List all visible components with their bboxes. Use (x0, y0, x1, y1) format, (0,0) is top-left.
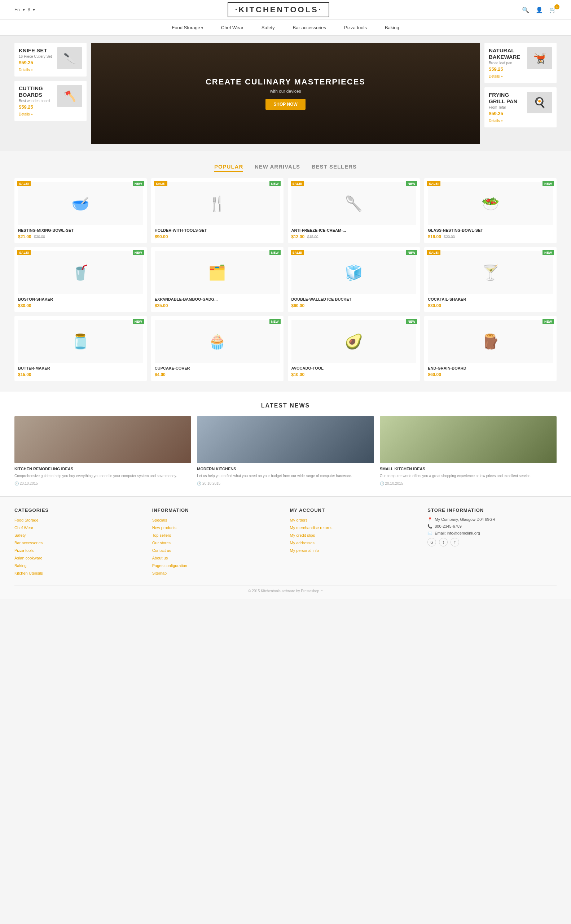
hero-tagline-sub: with our devices (205, 89, 366, 94)
hero-card-cutting: CUTTING BOARDS Best wooden board $59.25 … (14, 81, 86, 121)
product-icon (208, 333, 226, 350)
footer-information-list: SpecialsNew productsTop sellersOur store… (152, 517, 281, 576)
footer-account-link[interactable]: My merchandise returns (290, 526, 333, 530)
nav-safety[interactable]: Safety (258, 20, 278, 36)
footer-account-link[interactable]: My addresses (290, 541, 315, 545)
footer-info-link[interactable]: Our stores (152, 541, 171, 545)
account-button[interactable]: 👤 (536, 6, 543, 13)
tag-new: NEW (133, 319, 144, 324)
store-address-text: My Company, Glasgow D04 89GR (435, 517, 495, 522)
hero-grill-link[interactable]: Details » (489, 119, 503, 123)
hero-cutting-link[interactable]: Details » (19, 112, 33, 116)
social-facebook[interactable]: f (451, 538, 459, 546)
product-icon (345, 195, 363, 212)
footer-info-link[interactable]: New products (152, 526, 176, 530)
tag-new: NEW (269, 250, 281, 255)
top-bar-right: 🔍 👤 🛒 1 (522, 6, 557, 13)
hero-bakeware-link[interactable]: Details » (489, 74, 503, 78)
footer-category-link[interactable]: Food Storage (14, 518, 39, 522)
footer-category-link[interactable]: Pizza tools (14, 548, 34, 553)
product-card[interactable]: SALE! NEW DOUBLE-WALLED ICE BUCKET $60.0… (288, 247, 420, 312)
product-card[interactable]: SALE! NEW NESTING-MIXING-BOWL-SET $21.00… (14, 178, 147, 243)
tag-new: NEW (269, 319, 281, 324)
footer-category-link[interactable]: Chef Wear (14, 526, 33, 530)
site-logo[interactable]: ·KITCHENTOOLS· (228, 2, 329, 17)
news-card-desc: Comprehensive guide to help you buy ever… (14, 473, 191, 478)
footer-info-link[interactable]: Specials (152, 518, 167, 522)
footer-category-link[interactable]: Kitchen Utensils (14, 571, 43, 575)
footer-account-link[interactable]: My credit slips (290, 533, 315, 537)
footer-category-item: Asian cookware (14, 555, 144, 560)
footer-category-link[interactable]: Baking (14, 563, 27, 568)
product-card[interactable]: SALE! NEW ANTI-FREEZE-ICE-CREAM-... $12.… (288, 178, 420, 243)
tag-sale: SALE! (427, 250, 440, 255)
footer-info-link[interactable]: Pages configuration (152, 563, 187, 568)
news-title: LATEST NEWS (14, 402, 557, 409)
footer-my-account-title: MY ACCOUNT (290, 508, 419, 513)
product-card[interactable]: NEW EXPANDABLE-BAMBOO-GADG... $25.00 (151, 247, 284, 312)
search-button[interactable]: 🔍 (522, 6, 529, 13)
product-card[interactable]: NEW END-GRAIN-BOARD $60.00 (424, 316, 557, 381)
social-google[interactable]: G (427, 538, 436, 546)
footer-category-item: Food Storage (14, 517, 144, 523)
footer-account-link[interactable]: My orders (290, 518, 308, 522)
footer-account-link[interactable]: My personal info (290, 548, 319, 553)
nav-bar-accessories[interactable]: Bar accessories (289, 20, 330, 36)
news-card-desc: Our computer world offers you a great sh… (380, 473, 557, 478)
product-img (155, 251, 280, 294)
product-name: CUPCAKE-CORER (155, 366, 280, 370)
hero-banner-content: CREATE CULINARY MASTERPIECES with our de… (205, 77, 366, 110)
footer-info-item: Top sellers (152, 532, 281, 538)
product-card[interactable]: SALE! NEW GLASS-NESTING-BOWL-SET $16.00 … (424, 178, 557, 243)
product-card[interactable]: SALE! NEW HOLDER-WITH-TOOLS-SET $90.00 (151, 178, 284, 243)
hero-knife-img (57, 47, 82, 69)
footer-info-link[interactable]: Top sellers (152, 533, 171, 537)
footer-info-link[interactable]: About us (152, 556, 168, 560)
hero-knife-link[interactable]: Details » (19, 68, 33, 72)
shop-now-button[interactable]: SHOP NOW (265, 99, 305, 110)
store-phone: 📞 800-2345-6789 (427, 524, 557, 529)
product-card[interactable]: NEW AVOCADO-TOOL $10.00 (288, 316, 420, 381)
product-pricing: $90.00 (155, 234, 280, 239)
product-card[interactable]: SALE! NEW COCKTAIL-SHAKER $30.00 (424, 247, 557, 312)
nav-food-storage[interactable]: Food Storage (168, 20, 207, 36)
product-name: ANTI-FREEZE-ICE-CREAM-... (292, 228, 417, 232)
lang-selector[interactable]: En (14, 7, 20, 12)
product-img (292, 182, 417, 225)
tab-best-sellers[interactable]: BEST SELLERS (312, 162, 357, 171)
news-card-title: SMALL KITCHEN IDEAS (380, 467, 557, 471)
top-bar: En ▾ $ ▾ ·KITCHENTOOLS· 🔍 👤 🛒 1 (0, 0, 571, 20)
product-icon (481, 195, 500, 212)
footer-category-link[interactable]: Bar accessories (14, 541, 43, 545)
store-address: 📍 My Company, Glasgow D04 89GR (427, 517, 557, 522)
product-icon (345, 264, 363, 281)
product-pricing: $60.00 (428, 372, 553, 377)
product-name: BUTTER-MAKER (18, 366, 143, 370)
product-old-price: $15.00 (307, 235, 318, 239)
tab-new-arrivals[interactable]: NEW ARRIVALS (255, 162, 300, 171)
footer-info-link[interactable]: Contact us (152, 548, 171, 553)
nav-chef-wear[interactable]: Chef Wear (218, 20, 247, 36)
currency-selector[interactable]: $ (28, 7, 30, 12)
footer-info-link[interactable]: Sitemap (152, 571, 167, 575)
product-card[interactable]: SALE! NEW BOSTON-SHAKER $30.00 (14, 247, 147, 312)
product-name: END-GRAIN-BOARD (428, 366, 553, 370)
nav-baking[interactable]: Baking (381, 20, 403, 36)
product-price: $30.00 (18, 303, 31, 308)
footer-category-link[interactable]: Asian cookware (14, 556, 43, 560)
footer-info-item: Specials (152, 517, 281, 523)
hero-right: NATURAL BAKEWARE Bread loaf pan $59.25 D… (485, 43, 557, 144)
social-twitter[interactable]: t (439, 538, 448, 546)
footer-bottom: © 2015 Kitchentools software by Prestash… (14, 585, 557, 593)
location-icon: 📍 (427, 517, 432, 522)
product-card[interactable]: NEW BUTTER-MAKER $15.00 (14, 316, 147, 381)
news-card-date: 🕐 20.10.2015 (380, 481, 557, 486)
tab-popular[interactable]: POPULAR (214, 162, 243, 172)
tag-new: NEW (543, 319, 554, 324)
footer-info-item: Our stores (152, 540, 281, 545)
cart-button[interactable]: 🛒 1 (549, 6, 557, 13)
nav-pizza-tools[interactable]: Pizza tools (341, 20, 370, 36)
product-card[interactable]: NEW CUPCAKE-CORER $4.00 (151, 316, 284, 381)
product-img (18, 182, 143, 225)
footer-category-link[interactable]: Safety (14, 533, 26, 537)
